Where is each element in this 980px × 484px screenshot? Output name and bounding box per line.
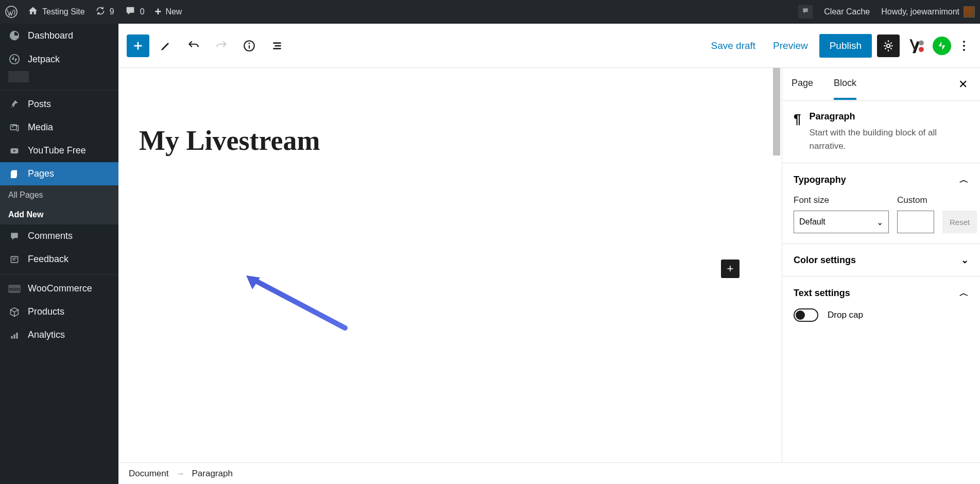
notice-icon-button[interactable] xyxy=(798,5,813,19)
chevron-up-icon: ︿ xyxy=(959,174,969,186)
products-icon xyxy=(8,307,21,317)
home-icon xyxy=(28,6,38,18)
tab-block[interactable]: Block xyxy=(834,68,856,100)
sidebar-label: Comments xyxy=(28,231,73,241)
outline-button[interactable] xyxy=(266,34,288,57)
howdy-label: Howdy, joewarnimont xyxy=(881,7,959,16)
user-avatar xyxy=(964,6,975,18)
custom-label: Custom xyxy=(897,195,934,205)
dashboard-icon xyxy=(8,30,21,41)
text-settings-toggle[interactable]: Text settings ︿ xyxy=(794,287,969,299)
chevron-up-icon: ︿ xyxy=(959,287,969,299)
color-settings-toggle[interactable]: Color settings ⌄ xyxy=(794,254,969,266)
redo-button[interactable] xyxy=(210,34,233,57)
sidebar-item-youtube[interactable]: YouTube Free xyxy=(0,139,118,162)
site-name-link[interactable]: Testing Site xyxy=(28,6,85,18)
undo-button[interactable] xyxy=(182,34,205,57)
new-label: New xyxy=(165,7,182,16)
sidebar-separator xyxy=(0,271,118,275)
settings-button[interactable] xyxy=(877,34,900,57)
wp-logo[interactable] xyxy=(5,6,18,18)
reset-button[interactable]: Reset xyxy=(942,211,977,233)
tab-page[interactable]: Page xyxy=(792,68,813,100)
add-block-inline-button[interactable]: + xyxy=(721,260,740,278)
drop-cap-toggle[interactable] xyxy=(794,308,818,322)
sidebar-label: Products xyxy=(28,306,64,317)
typography-label: Typography xyxy=(794,175,846,185)
paragraph-icon: ¶ xyxy=(794,111,801,127)
sidebar-label: WooCommerce xyxy=(28,283,92,294)
sidebar-label: Posts xyxy=(28,99,51,110)
editor-body: + Page Block ✕ ¶ Paragraph Start with th… xyxy=(118,68,980,462)
feedback-icon xyxy=(8,254,21,265)
svg-point-23 xyxy=(919,40,924,45)
font-size-select[interactable]: Default ⌄ xyxy=(794,211,889,233)
color-settings-label: Color settings xyxy=(794,255,856,266)
pin-icon xyxy=(8,99,21,110)
custom-font-size-input[interactable] xyxy=(897,211,934,233)
sidebar-separator xyxy=(0,87,118,91)
sidebar-label: Pages xyxy=(28,168,54,179)
save-draft-button[interactable]: Save draft xyxy=(704,35,762,57)
publish-button[interactable]: Publish xyxy=(819,34,872,58)
sidebar-item-media[interactable]: Media xyxy=(0,116,118,139)
sidebar-item-dashboard[interactable]: Dashboard xyxy=(0,24,118,47)
admin-sidebar: Dashboard Jetpack Posts Media YouTube Fr… xyxy=(0,24,118,484)
add-block-button[interactable] xyxy=(127,34,149,57)
comments-bubble[interactable]: 0 xyxy=(125,5,145,19)
sidebar-item-comments[interactable]: Comments xyxy=(0,224,118,248)
breadcrumb-block[interactable]: Paragraph xyxy=(192,469,232,479)
breadcrumb-document[interactable]: Document xyxy=(129,469,168,479)
svg-rect-13 xyxy=(16,333,18,339)
sidebar-sub-allpages[interactable]: All Pages xyxy=(0,185,118,205)
info-button[interactable] xyxy=(238,34,261,57)
updates-link[interactable]: 9 xyxy=(95,6,114,18)
sidebar-label: Media xyxy=(28,122,53,133)
sidebar-blank xyxy=(0,71,118,87)
editor-toolbar: Save draft Preview Publish xyxy=(118,24,980,68)
sidebar-item-posts[interactable]: Posts xyxy=(0,93,118,116)
site-name-label: Testing Site xyxy=(42,7,85,16)
sidebar-item-feedback[interactable]: Feedback xyxy=(0,248,118,271)
sidebar-label: Dashboard xyxy=(28,30,73,41)
woocommerce-icon: woo xyxy=(8,285,21,293)
howdy-account[interactable]: Howdy, joewarnimont xyxy=(881,6,975,18)
media-icon xyxy=(8,123,21,133)
analytics-icon xyxy=(8,330,21,340)
sidebar-label: Feedback xyxy=(28,254,68,265)
panel-tabs: Page Block ✕ xyxy=(782,68,980,101)
jetpack-button[interactable] xyxy=(933,37,951,55)
close-panel-button[interactable]: ✕ xyxy=(955,75,971,94)
refresh-icon xyxy=(95,6,106,18)
sidebar-sub-addnew[interactable]: Add New xyxy=(0,205,118,224)
wordpress-icon xyxy=(5,6,18,18)
preview-button[interactable]: Preview xyxy=(767,35,814,57)
new-content[interactable]: + New xyxy=(155,5,182,19)
sidebar-item-products[interactable]: Products xyxy=(0,300,118,323)
sidebar-item-pages[interactable]: Pages xyxy=(0,162,118,185)
chevron-down-icon: ⌄ xyxy=(876,217,883,227)
updates-count: 9 xyxy=(110,7,114,16)
page-title-input[interactable] xyxy=(139,125,761,157)
typography-toggle[interactable]: Typography ︿ xyxy=(794,174,969,186)
youtube-icon xyxy=(8,146,21,156)
annotation-arrow xyxy=(242,271,355,333)
editor: Save draft Preview Publish + Pag xyxy=(118,24,980,484)
sidebar-item-analytics[interactable]: Analytics xyxy=(0,323,118,347)
svg-rect-11 xyxy=(11,336,12,338)
edit-mode-button[interactable] xyxy=(154,34,177,57)
editor-canvas[interactable]: + xyxy=(118,68,782,462)
color-settings-section: Color settings ⌄ xyxy=(782,244,980,276)
clear-cache-link[interactable]: Clear Cache xyxy=(824,7,870,16)
more-options-button[interactable] xyxy=(956,37,972,55)
yoast-button[interactable] xyxy=(905,34,927,57)
svg-point-24 xyxy=(919,47,924,52)
sidebar-item-woocommerce[interactable]: woo WooCommerce xyxy=(0,277,118,300)
jetpack-icon xyxy=(8,54,21,65)
drop-cap-label: Drop cap xyxy=(828,310,863,320)
svg-rect-7 xyxy=(11,171,16,178)
sidebar-item-jetpack[interactable]: Jetpack xyxy=(0,47,118,71)
comments-count: 0 xyxy=(140,7,145,16)
speech-icon xyxy=(798,5,813,19)
comment-icon xyxy=(8,231,21,241)
